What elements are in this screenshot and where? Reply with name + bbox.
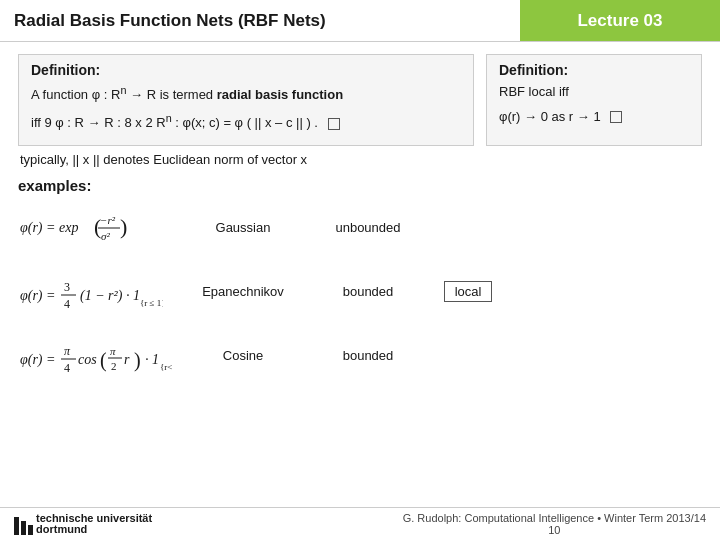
epanechnikov-property: bounded [308,284,428,299]
svg-text:φ(r) =: φ(r) = [20,352,55,368]
svg-text:(1 − r²) · 1: (1 − r²) · 1 [80,288,140,304]
epanechnikov-extra: local [428,284,508,299]
page-title: Radial Basis Function Nets (RBF Nets) [0,0,520,41]
svg-text:4: 4 [64,361,70,375]
tu-logo-bars [14,517,33,535]
formula-gaussian: φ(r) = exp −r² σ² ( ) [18,202,178,252]
checkbox-left [328,118,340,130]
svg-text:3: 3 [64,280,70,294]
svg-text:σ²: σ² [101,230,110,242]
svg-text:{r ≤ 1}: {r ≤ 1} [140,298,163,308]
local-badge: local [444,281,493,302]
svg-text:4: 4 [64,297,70,311]
typically-line: typically, || x || denotes Euclidean nor… [18,152,702,167]
svg-text:{r<1}: {r<1} [160,362,173,372]
svg-text:cos: cos [78,352,97,367]
tu-logo: technische universität dortmund [14,513,152,535]
footer-right: G. Rudolph: Computational Intelligence •… [403,512,706,536]
svg-text:φ(r) =: φ(r) = [20,288,55,304]
right-definition-label: Definition: [499,62,689,78]
right-definition-box: Definition: RBF local iff φ(r) → 0 as r … [486,54,702,146]
cosine-property: bounded [308,348,428,363]
svg-text:): ) [120,214,127,239]
left-definition-box: Definition: A function φ : Rn → R is ter… [18,54,474,146]
svg-text:φ(r) = exp: φ(r) = exp [20,220,78,236]
right-def-line2: φ(r) → 0 as r → 1 [499,107,689,128]
footer-left: technische universität dortmund [14,513,152,535]
bold-text: radial basis function [217,87,343,102]
svg-text:π: π [64,344,71,358]
cosine-formula-svg: φ(r) = π 4 cos ( π 2 r ) · 1 {r<1} [18,330,173,380]
footer-page: 10 [403,524,706,536]
tu-name: technische universität dortmund [36,513,152,535]
epanechnikov-name: Epanechnikov [178,284,308,299]
right-def-line1: RBF local iff [499,82,689,103]
gaussian-property: unbounded [308,220,428,235]
definition-row: Definition: A function φ : Rn → R is ter… [18,54,702,146]
cosine-name: Cosine [178,348,308,363]
gaussian-formula-svg: φ(r) = exp −r² σ² ( ) [18,202,148,252]
example-row-cosine: φ(r) = π 4 cos ( π 2 r ) · 1 {r<1} [18,330,702,380]
example-row-gaussian: φ(r) = exp −r² σ² ( ) Gaussian unbounded [18,202,702,252]
checkbox-right [610,111,622,123]
example-row-epanechnikov: φ(r) = 3 4 (1 − r²) · 1 {r ≤ 1} Epanechn… [18,266,702,316]
svg-text:· 1: · 1 [145,352,159,367]
epanechnikov-formula-svg: φ(r) = 3 4 (1 − r²) · 1 {r ≤ 1} [18,266,163,316]
svg-text:π: π [110,345,116,357]
formula-epanechnikov: φ(r) = 3 4 (1 − r²) · 1 {r ≤ 1} [18,266,178,316]
svg-text:r: r [124,352,130,367]
tu-bar-2 [21,521,26,535]
footer-separator: • [597,512,601,524]
page-header: Radial Basis Function Nets (RBF Nets) Le… [0,0,720,42]
lecture-badge: Lecture 03 [520,0,720,41]
left-def-line1: A function φ : Rn → R is termed radial b… [31,82,461,106]
examples-label: examples: [18,177,702,194]
footer-author: G. Rudolph: Computational Intelligence [403,512,594,524]
tu-text-line2: dortmund [36,524,152,535]
svg-text:): ) [134,349,141,372]
formula-cosine: φ(r) = π 4 cos ( π 2 r ) · 1 {r<1} [18,330,178,380]
page-footer: technische universität dortmund G. Rudol… [0,507,720,540]
left-def-line2: iff 9 φ : R → R : 8 x 2 Rn : φ(x; c) = φ… [31,110,461,134]
svg-text:(: ( [94,214,101,239]
svg-text:(: ( [100,349,107,372]
gaussian-name: Gaussian [178,220,308,235]
footer-term: Winter Term 2013/14 [604,512,706,524]
svg-text:2: 2 [111,360,117,372]
svg-text:−r²: −r² [100,214,116,226]
left-definition-label: Definition: [31,62,461,78]
tu-bar-1 [14,517,19,535]
main-content: Definition: A function φ : Rn → R is ter… [0,42,720,404]
tu-bar-3 [28,525,33,535]
